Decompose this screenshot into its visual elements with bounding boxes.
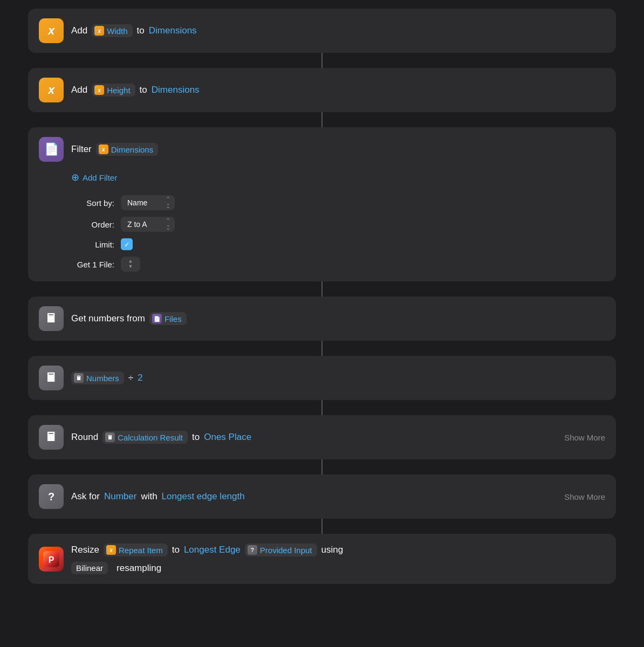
resize-line1: Resize x Repeat Item to Longest Edge ? P… xyxy=(71,543,343,556)
connector-5 xyxy=(321,400,323,415)
ask-for-show-more[interactable]: Show More xyxy=(564,492,605,501)
numbers-token-icon: 🖩 xyxy=(74,373,84,383)
sort-by-row: Sort by: Name ⌃⌄ xyxy=(71,195,175,210)
connector-1 xyxy=(321,53,323,68)
resize-using-label: using xyxy=(321,545,344,555)
action-add-width: x Add x Width to Dimensions xyxy=(28,9,616,53)
get-file-label: Get 1 File: xyxy=(71,260,114,269)
filter-options: Sort by: Name ⌃⌄ Order: Z to A ⌃⌄ xyxy=(71,195,175,272)
add-height-to-label: to xyxy=(140,85,147,95)
resize-line2: Bilinear resampling xyxy=(71,562,343,574)
sort-by-dropdown[interactable]: Name xyxy=(121,195,175,210)
round-to-label: to xyxy=(192,432,200,443)
width-token-label: Width xyxy=(107,26,127,36)
connector-6 xyxy=(321,459,323,474)
get-numbers-label: Get numbers from xyxy=(71,313,145,324)
height-token[interactable]: x Height xyxy=(92,84,135,97)
order-value: Z to A xyxy=(127,220,147,229)
add-filter-label: Add Filter xyxy=(83,173,117,182)
stepper-down-icon: ▼ xyxy=(128,264,133,270)
get-numbers-icon: 🖩 xyxy=(39,306,64,331)
ask-for-with-label: with xyxy=(141,491,157,502)
resize-label: Resize xyxy=(71,545,99,555)
round-show-more[interactable]: Show More xyxy=(564,433,605,442)
limit-row: Limit: ✓ xyxy=(71,238,175,250)
add-height-icon: x xyxy=(39,78,64,102)
action-resize: P Resize x Repeat Item to Longest Edge ?… xyxy=(28,534,616,584)
add-filter-button[interactable]: ⊕ Add Filter xyxy=(71,171,117,183)
ask-for-label: Ask for xyxy=(71,491,100,502)
divide-text: 🖩 Numbers ÷ 2 xyxy=(71,371,143,384)
provided-input-token[interactable]: ? Provided Input xyxy=(245,543,317,556)
sort-by-dropdown-wrap[interactable]: Name ⌃⌄ xyxy=(121,195,175,210)
width-token[interactable]: x Width xyxy=(92,24,132,37)
svg-text:P: P xyxy=(49,555,54,565)
resize-main-row: P Resize x Repeat Item to Longest Edge ?… xyxy=(39,543,343,574)
longest-edge-resize-label: Longest Edge xyxy=(184,545,241,555)
bilinear-token[interactable]: Bilinear xyxy=(71,562,108,574)
add-width-add-label: Add xyxy=(71,25,87,36)
pixelmator-svg: P xyxy=(43,551,59,567)
add-width-icon: x xyxy=(39,18,64,43)
add-height-text: Add x Height to Dimensions xyxy=(71,84,200,97)
files-token-icon: 📄 xyxy=(152,314,162,324)
connector-4 xyxy=(321,341,323,356)
round-label: Round xyxy=(71,432,98,443)
connector-2 xyxy=(321,112,323,127)
ones-place-label: Ones Place xyxy=(204,432,251,443)
numbers-token-label: Numbers xyxy=(86,374,119,383)
dimensions-token-icon: x xyxy=(99,144,108,154)
filter-icon: 📄 xyxy=(39,137,64,162)
sort-by-value: Name xyxy=(127,198,147,207)
checkmark-icon: ✓ xyxy=(124,240,130,249)
order-label: Order: xyxy=(71,220,114,229)
longest-edge-label: Longest edge length xyxy=(162,491,245,502)
numbers-token[interactable]: 🖩 Numbers xyxy=(71,371,124,384)
dimensions-token[interactable]: x Dimensions xyxy=(96,143,158,156)
calc-result-token-icon: 🖩 xyxy=(105,432,115,442)
resampling-label: resampling xyxy=(117,563,161,574)
files-token[interactable]: 📄 Files xyxy=(149,312,187,325)
provided-input-token-icon: ? xyxy=(248,545,257,555)
ask-for-icon: ? xyxy=(39,484,64,509)
sort-by-label: Sort by: xyxy=(71,198,114,208)
height-token-label: Height xyxy=(107,86,130,95)
height-token-icon: x xyxy=(94,85,104,95)
add-height-add-label: Add xyxy=(71,85,87,95)
add-width-to-label: to xyxy=(137,25,145,36)
order-dropdown[interactable]: Z to A xyxy=(121,217,175,232)
order-row: Order: Z to A ⌃⌄ xyxy=(71,217,175,232)
connector-7 xyxy=(321,519,323,534)
round-icon: 🖩 xyxy=(39,425,64,450)
get-file-row: Get 1 File: ▲ ▼ xyxy=(71,257,175,272)
workflow-container: x Add x Width to Dimensions x Add x Heig… xyxy=(9,9,635,584)
filter-title-text: Filter x Dimensions xyxy=(71,143,158,156)
limit-checkbox[interactable]: ✓ xyxy=(121,238,133,250)
number-label: Number xyxy=(104,491,136,502)
calc-result-token-label: Calculation Result xyxy=(118,433,183,442)
repeat-item-token-icon: x xyxy=(106,545,116,555)
action-get-numbers: 🖩 Get numbers from 📄 Files xyxy=(28,297,616,341)
divide-value: 2 xyxy=(138,373,142,383)
dimensions-token-label: Dimensions xyxy=(111,145,153,154)
order-dropdown-wrap[interactable]: Z to A ⌃⌄ xyxy=(121,217,175,232)
calc-result-token[interactable]: 🖩 Calculation Result xyxy=(102,431,188,444)
get-numbers-text: Get numbers from 📄 Files xyxy=(71,312,187,325)
width-token-icon: x xyxy=(94,26,104,36)
filter-label: Filter xyxy=(71,144,92,155)
add-height-dimensions-label: Dimensions xyxy=(152,85,200,95)
action-filter: 📄 Filter x Dimensions ⊕ Add Filter Sort … xyxy=(28,127,616,281)
files-token-label: Files xyxy=(165,314,182,324)
resize-pixelmator-icon: P xyxy=(39,547,64,572)
resize-to-label: to xyxy=(172,545,180,555)
repeat-item-token[interactable]: x Repeat Item xyxy=(104,543,168,556)
ask-for-text: Ask for Number with Longest edge length xyxy=(71,491,245,502)
connector-3 xyxy=(321,281,323,297)
get-file-stepper[interactable]: ▲ ▼ xyxy=(121,257,140,272)
provided-input-token-label: Provided Input xyxy=(260,546,312,555)
action-divide: 🖩 🖩 Numbers ÷ 2 xyxy=(28,356,616,400)
add-width-text: Add x Width to Dimensions xyxy=(71,24,197,37)
divide-icon: 🖩 xyxy=(39,366,64,390)
filter-header: 📄 Filter x Dimensions xyxy=(39,137,158,162)
resize-text-block: Resize x Repeat Item to Longest Edge ? P… xyxy=(71,543,343,574)
